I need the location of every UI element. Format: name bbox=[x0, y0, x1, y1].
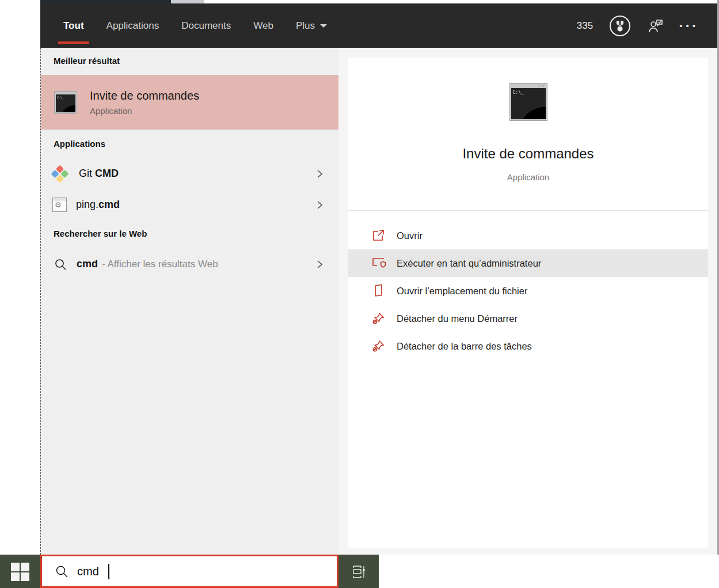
context-actions: Ouvrir Exécuter en tant qu’administrateu… bbox=[348, 222, 708, 360]
more-options-ellipsis-icon[interactable]: ••• bbox=[679, 21, 699, 31]
result-git-cmd[interactable]: Git CMD bbox=[41, 160, 338, 187]
tab-web[interactable]: Web bbox=[253, 3, 273, 48]
results-panel: Meilleur résultat --- C:\_ Invite de com… bbox=[40, 48, 338, 555]
action-detacher-barre-taches[interactable]: Détacher de la barre des tâches bbox=[348, 332, 708, 360]
rewards-medal-icon[interactable] bbox=[608, 14, 632, 38]
action-ouvrir[interactable]: Ouvrir bbox=[348, 222, 708, 249]
windows-logo-icon bbox=[11, 563, 29, 581]
preview-panel: - □ × C:\_ Invite de commandes Applicati… bbox=[348, 58, 708, 548]
taskbar-search-input[interactable]: cmd bbox=[40, 555, 338, 588]
open-icon bbox=[371, 229, 386, 242]
task-view-icon bbox=[351, 564, 367, 579]
result-label: Git CMD bbox=[79, 168, 119, 180]
rewards-count: 335 bbox=[577, 20, 593, 32]
result-label: cmd- Afficher les résultats Web bbox=[77, 258, 218, 270]
result-web-search-cmd[interactable]: cmd- Afficher les résultats Web bbox=[41, 251, 338, 278]
tab-tout[interactable]: Tout bbox=[63, 3, 84, 48]
tab-plus-label: Plus bbox=[296, 20, 315, 32]
tab-plus[interactable]: Plus bbox=[296, 3, 327, 48]
git-icon bbox=[50, 164, 70, 184]
best-match-title: Invite de commandes bbox=[90, 89, 199, 103]
file-location-icon bbox=[371, 284, 386, 298]
action-executer-admin[interactable]: Exécuter en tant qu’administrateur bbox=[348, 249, 708, 277]
chevron-right-icon[interactable] bbox=[315, 169, 324, 179]
start-button[interactable] bbox=[0, 555, 40, 588]
run-as-admin-icon bbox=[371, 256, 386, 270]
cmd-terminal-icon: --- C:\_ bbox=[54, 91, 77, 114]
task-view-button[interactable] bbox=[338, 555, 379, 588]
result-ping-cmd[interactable]: ⚙ ping.cmd bbox=[41, 191, 338, 218]
action-detacher-demarrer[interactable]: Détacher du menu Démarrer bbox=[348, 305, 708, 332]
unpin-start-icon bbox=[371, 312, 386, 325]
tab-documents-label: Documents bbox=[181, 20, 231, 32]
best-match-result-invite-de-commandes[interactable]: --- C:\_ Invite de commandes Application bbox=[41, 75, 338, 130]
chevron-right-icon[interactable] bbox=[315, 260, 324, 269]
best-match-subtitle: Application bbox=[90, 106, 199, 116]
script-file-icon: ⚙ bbox=[52, 198, 67, 212]
search-icon bbox=[55, 564, 69, 578]
unpin-taskbar-icon bbox=[371, 339, 386, 353]
tab-applications[interactable]: Applications bbox=[106, 3, 159, 48]
filter-tabs: Tout Applications Documents Web Plus bbox=[63, 3, 327, 48]
tab-web-label: Web bbox=[253, 20, 273, 32]
search-icon bbox=[54, 257, 67, 271]
best-match-header: Meilleur résultat bbox=[54, 56, 120, 66]
applications-section-header: Applications bbox=[54, 139, 105, 149]
search-query-text: cmd bbox=[77, 565, 99, 578]
action-ouvrir-emplacement[interactable]: Ouvrir l’emplacement du fichier bbox=[348, 277, 708, 305]
tab-documents[interactable]: Documents bbox=[181, 3, 231, 48]
result-label: ping.cmd bbox=[76, 199, 120, 211]
preview-subtitle: Application bbox=[348, 172, 708, 182]
chevron-right-icon[interactable] bbox=[315, 200, 324, 210]
cmd-terminal-icon-large: - □ × C:\_ bbox=[509, 83, 547, 121]
web-section-header: Rechercher sur le Web bbox=[54, 229, 147, 238]
feedback-icon[interactable] bbox=[647, 17, 664, 35]
preview-title: Invite de commandes bbox=[348, 146, 708, 162]
tab-tout-label: Tout bbox=[63, 20, 84, 32]
text-cursor bbox=[108, 564, 109, 579]
search-header: Tout Applications Documents Web Plus 335… bbox=[40, 3, 717, 48]
divider bbox=[348, 210, 708, 211]
tab-applications-label: Applications bbox=[106, 20, 159, 32]
chevron-down-icon bbox=[320, 24, 327, 28]
